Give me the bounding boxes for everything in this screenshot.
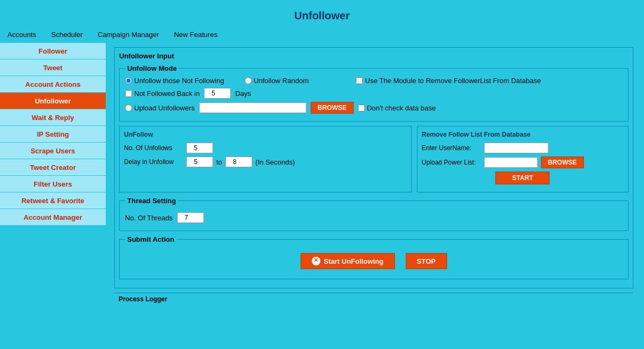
process-logger-section: Process Logger xyxy=(114,293,633,305)
top-menu: Accounts Scheduler Campaign Manager New … xyxy=(0,27,644,43)
radio-label-not-following[interactable]: Unfollow those Not Following xyxy=(125,77,224,85)
days-label: Days xyxy=(235,90,251,98)
checkbox-not-followed-label: Not Followed Back in xyxy=(134,90,200,98)
delay-row: Delay in Unfollow to (In Seconds) xyxy=(124,157,407,167)
sidebar: Follower Tweet Account Actions Unfollowe… xyxy=(0,43,106,309)
checkbox-dont-check-db-label: Don't check data base xyxy=(367,104,436,112)
sidebar-item-ip-setting[interactable]: IP Setting xyxy=(0,126,106,142)
content-area: Unfollower Input Unfollow Mode Unfollow … xyxy=(106,43,644,309)
menu-new-features[interactable]: New Features xyxy=(172,29,219,40)
unfollow-mode-row2: Not Followed Back in Days xyxy=(125,88,623,99)
submit-row: Start UnFollowing STOP xyxy=(125,248,623,274)
unfollow-col-legend: UnFollow xyxy=(124,131,407,138)
radio-random-label: Unfollow Random xyxy=(254,77,309,85)
delay-to-input[interactable] xyxy=(225,157,252,167)
enter-username-label: Enter UserName: xyxy=(422,144,481,152)
thread-setting-fieldset: Thread Setting No. Of Threads xyxy=(119,197,628,231)
checkbox-use-module[interactable] xyxy=(356,77,363,84)
start-icon xyxy=(312,257,320,265)
sidebar-item-follower[interactable]: Follower xyxy=(0,43,106,59)
sidebar-item-account-manager[interactable]: Account Manager xyxy=(0,209,106,225)
radio-label-upload[interactable]: Upload Unfollowers xyxy=(125,104,195,112)
remove-col-legend: Remove Follow List From Database xyxy=(422,131,624,138)
thread-row: No. Of Threads xyxy=(125,209,623,226)
unfollow-col: UnFollow No. Of Unfollows Delay in Unfol… xyxy=(119,126,412,192)
sidebar-item-tweet[interactable]: Tweet xyxy=(0,60,106,76)
unfollow-mode-row3: Upload Unfollowers BROWSE Don't check da… xyxy=(125,102,623,114)
checkbox-use-module-label: Use The Module to Remove FollowerList Fr… xyxy=(365,77,541,85)
remove-start-row: START xyxy=(422,172,624,184)
checkbox-label-dont-check-db[interactable]: Don't check data base xyxy=(358,104,436,112)
checkbox-not-followed[interactable] xyxy=(125,90,132,97)
submit-action-legend: Submit Action xyxy=(125,235,177,243)
no-unfollows-input[interactable] xyxy=(186,143,213,153)
main-layout: Follower Tweet Account Actions Unfollowe… xyxy=(0,43,644,309)
start-unfollowing-label: Start UnFollowing xyxy=(324,257,383,265)
delay-unit-label: (In Seconds) xyxy=(255,158,295,166)
upload-power-label: Upload Power List: xyxy=(422,159,481,166)
remove-browse-button[interactable]: BROWSE xyxy=(541,157,584,168)
enter-username-row: Enter UserName: xyxy=(422,143,624,153)
checkbox-dont-check-db[interactable] xyxy=(358,105,365,112)
upload-power-row: Upload Power List: BROWSE xyxy=(422,157,624,168)
browse-button[interactable]: BROWSE xyxy=(311,102,354,114)
sidebar-item-wait-reply[interactable]: Wait & Reply xyxy=(0,109,106,125)
upload-path-input[interactable] xyxy=(199,102,306,113)
radio-not-following[interactable] xyxy=(125,77,132,84)
panel-legend: Unfollower Input xyxy=(119,52,628,60)
radio-label-random[interactable]: Unfollow Random xyxy=(245,77,309,85)
delay-from-input[interactable] xyxy=(186,157,213,167)
two-col-section: UnFollow No. Of Unfollows Delay in Unfol… xyxy=(119,126,628,192)
enter-username-input[interactable] xyxy=(484,143,548,153)
no-threads-input[interactable] xyxy=(177,212,204,223)
upload-power-input[interactable] xyxy=(484,157,538,168)
unfollow-mode-row1: Unfollow those Not Following Unfollow Ra… xyxy=(125,77,623,85)
radio-not-following-label: Unfollow those Not Following xyxy=(134,77,224,85)
menu-accounts[interactable]: Accounts xyxy=(5,29,38,40)
no-unfollows-label: No. Of Unfollows xyxy=(124,144,183,152)
start-unfollowing-button[interactable]: Start UnFollowing xyxy=(301,253,394,269)
sidebar-item-scrape-users[interactable]: Scrape Users xyxy=(0,143,106,159)
no-threads-label: No. Of Threads xyxy=(125,214,173,222)
remove-col: Remove Follow List From Database Enter U… xyxy=(417,126,628,192)
unfollower-input-panel: Unfollower Input Unfollow Mode Unfollow … xyxy=(114,47,633,288)
remove-start-button[interactable]: START xyxy=(495,172,550,184)
checkbox-label-not-followed[interactable]: Not Followed Back in xyxy=(125,90,200,98)
no-unfollows-row: No. Of Unfollows xyxy=(124,143,407,153)
stop-button[interactable]: STOP xyxy=(406,253,447,269)
sidebar-item-tweet-creator[interactable]: Tweet Creator xyxy=(0,159,106,175)
app-title: Unfollower xyxy=(0,0,644,27)
menu-campaign-manager[interactable]: Campaign Manager xyxy=(96,29,161,40)
radio-upload-label: Upload Unfollowers xyxy=(134,104,195,112)
submit-action-fieldset: Submit Action Start UnFollowing STOP xyxy=(119,235,628,279)
unfollow-mode-legend: Unfollow Mode xyxy=(125,64,179,72)
radio-upload[interactable] xyxy=(125,105,132,112)
sidebar-item-retweet-favorite[interactable]: Retweet & Favorite xyxy=(0,192,106,209)
delay-label: Delay in Unfollow xyxy=(124,158,183,166)
unfollow-mode-fieldset: Unfollow Mode Unfollow those Not Followi… xyxy=(119,64,628,122)
thread-setting-legend: Thread Setting xyxy=(125,197,178,205)
sidebar-item-account-actions[interactable]: Account Actions xyxy=(0,76,106,92)
days-input[interactable] xyxy=(204,88,231,99)
delay-to-text: to xyxy=(216,158,222,166)
sidebar-item-unfollower[interactable]: Unfollower xyxy=(0,93,106,109)
sidebar-item-filter-users[interactable]: Filter Users xyxy=(0,176,106,192)
radio-random[interactable] xyxy=(245,77,252,84)
checkbox-label-use-module[interactable]: Use The Module to Remove FollowerList Fr… xyxy=(356,77,541,85)
menu-scheduler[interactable]: Scheduler xyxy=(49,29,85,40)
process-logger-label: Process Logger xyxy=(114,293,633,305)
